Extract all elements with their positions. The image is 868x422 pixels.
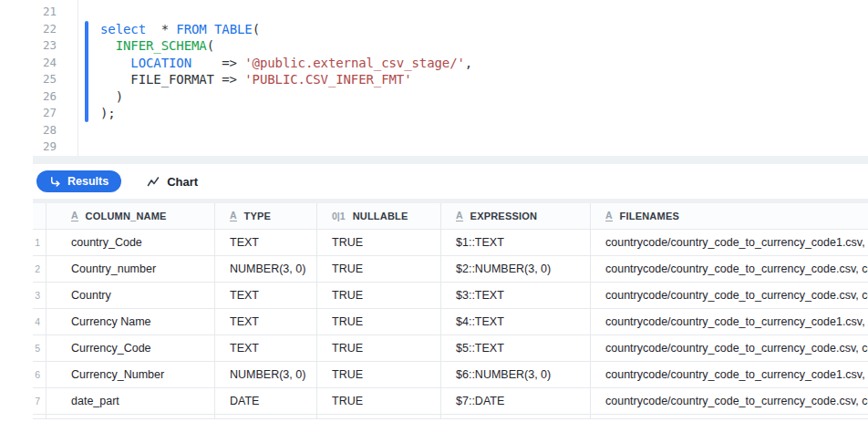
table-cell[interactable]: country_Code — [46, 230, 214, 255]
code-token — [146, 22, 161, 36]
column-header-expression[interactable]: AEXPRESSION — [440, 203, 590, 229]
table-cell[interactable]: TEXT — [214, 309, 316, 335]
table-cell[interactable]: Country_number — [46, 256, 214, 282]
row-number: 6 — [33, 362, 46, 387]
row-number: 3 — [33, 283, 46, 308]
code-token: * — [161, 22, 177, 36]
code-token: LOCATION — [130, 56, 191, 70]
line-number: 25 — [0, 71, 57, 88]
tab-chart[interactable]: Chart — [141, 174, 203, 190]
table-row[interactable]: 4Currency NameTEXTTRUE$4::TEXTcountrycod… — [33, 309, 868, 335]
table-cell[interactable]: TRUE — [316, 388, 440, 414]
table-cell[interactable]: $6::NUMBER(3, 0) — [440, 362, 590, 387]
table-cell[interactable]: $3::TEXT — [440, 283, 590, 308]
table-cell[interactable]: Country — [46, 283, 214, 308]
table-cell[interactable]: countrycode/country_code_to_currency_cod… — [590, 335, 868, 361]
table-cell[interactable]: TEXT — [214, 230, 316, 255]
code-token: ) — [100, 89, 123, 104]
table-cell[interactable]: countrycode/country_code_to_currency_cod… — [590, 283, 868, 308]
column-header-label: FILENAMES — [620, 211, 679, 221]
table-cell[interactable]: Currency_Number — [46, 362, 214, 387]
table-row[interactable]: 7date_partDATETRUE$7::DATEcountrycode/co… — [33, 388, 868, 415]
code-token — [207, 22, 214, 36]
row-number: 5 — [33, 335, 46, 361]
code-token: '@public.external_csv_stage/' — [244, 56, 465, 70]
column-header-label: NULLABLE — [353, 211, 408, 221]
table-row[interactable]: 6Currency_NumberNUMBER(3, 0)TRUE$6::NUMB… — [33, 362, 868, 388]
tab-chart-label: Chart — [167, 175, 198, 189]
table-cell[interactable]: NUMBER(3, 0) — [214, 256, 316, 282]
table-cell[interactable]: $2::NUMBER(3, 0) — [440, 256, 590, 282]
table-cell[interactable]: TRUE — [316, 283, 440, 308]
table-cell[interactable]: NUMBER(3, 0) — [214, 362, 316, 387]
code-token: ( — [207, 38, 214, 53]
code-line[interactable]: 21 — [0, 4, 868, 21]
table-cell[interactable]: TEXT — [214, 335, 316, 361]
code-line[interactable]: 28 — [0, 122, 868, 139]
text-type-icon: A — [71, 211, 78, 222]
column-header-filenames[interactable]: AFILENAMES — [590, 203, 868, 229]
code-text — [57, 122, 100, 139]
gutter-divider — [78, 0, 78, 156]
table-cell[interactable]: countrycode/country_code_to_currency_cod… — [590, 309, 868, 335]
row-number: 7 — [33, 388, 46, 414]
table-cell[interactable]: countrycode/country_code_to_currency_cod… — [590, 230, 868, 255]
table-cell[interactable]: TRUE — [316, 230, 440, 255]
table-cell[interactable]: $1::TEXT — [440, 230, 590, 255]
column-header-column_name[interactable]: ACOLUMN_NAME — [46, 203, 214, 229]
table-cell[interactable]: TEXT — [214, 283, 316, 308]
table-row[interactable]: 2Country_numberNUMBER(3, 0)TRUE$2::NUMBE… — [33, 256, 868, 283]
table-cell[interactable]: TRUE — [316, 256, 440, 282]
column-header-label: EXPRESSION — [470, 211, 538, 221]
table-cell[interactable]: $4::TEXT — [440, 309, 590, 335]
table-cell[interactable]: Currency_Code — [46, 335, 214, 361]
table-cell[interactable]: countrycode/country_code_to_currency_cod… — [590, 388, 868, 414]
table-cell[interactable]: countrycode/country_code_to_currency_cod… — [590, 256, 868, 282]
row-number: 4 — [33, 309, 46, 335]
table-cell[interactable]: date_part — [46, 388, 214, 414]
table-cell[interactable]: $7::DATE — [440, 388, 590, 414]
table-cell[interactable]: $5::TEXT — [440, 335, 590, 361]
text-type-icon: A — [605, 211, 613, 222]
column-header-type[interactable]: ATYPE — [214, 203, 316, 229]
table-cell[interactable]: TRUE — [316, 362, 440, 387]
row-number-header — [33, 203, 46, 229]
table-cell[interactable]: TRUE — [316, 309, 440, 335]
line-number: 26 — [0, 88, 57, 106]
sql-editor[interactable]: 2122select * FROM TABLE(23 INFER_SCHEMA(… — [0, 0, 868, 156]
row-number: 1 — [33, 230, 46, 255]
table-cell[interactable]: TRUE — [316, 335, 440, 361]
line-number: 21 — [0, 4, 57, 21]
code-text — [57, 139, 100, 156]
code-line[interactable]: 22select * FROM TABLE( — [0, 21, 868, 38]
code-line[interactable]: 26 ) — [0, 88, 868, 106]
table-cell[interactable]: Currency Name — [46, 309, 214, 335]
code-token — [100, 38, 116, 53]
code-token: => — [191, 56, 244, 70]
table-header-row: ACOLUMN_NAMEATYPE0|1NULLABLEAEXPRESSIONA… — [33, 203, 868, 230]
code-token — [100, 56, 130, 70]
line-number: 27 — [0, 105, 57, 122]
code-token: ( — [253, 22, 260, 36]
code-text — [57, 4, 100, 21]
table-row[interactable]: 3CountryTEXTTRUE$3::TEXTcountrycode/coun… — [33, 283, 868, 309]
panel-top-divider — [33, 156, 868, 164]
table-cell[interactable]: DATE — [214, 388, 316, 414]
line-number: 23 — [0, 37, 57, 55]
tab-results[interactable]: Results — [36, 170, 121, 192]
line-number: 28 — [0, 122, 57, 139]
table-row[interactable]: 5Currency_CodeTEXTTRUE$5::TEXTcountrycod… — [33, 335, 868, 362]
table-cell[interactable]: countrycode/country_code_to_currency_cod… — [590, 362, 868, 387]
code-line[interactable]: 25 FILE_FORMAT => 'PUBLIC.CSV_INFER_FMT' — [0, 71, 868, 88]
line-number: 22 — [0, 21, 57, 38]
code-line[interactable]: 27); — [0, 105, 868, 122]
tab-results-label: Results — [67, 175, 108, 188]
table-row[interactable]: 1country_CodeTEXTTRUE$1::TEXTcountrycode… — [33, 230, 868, 256]
code-line[interactable]: 29 — [0, 139, 868, 156]
code-line[interactable]: 24 LOCATION => '@public.external_csv_sta… — [0, 55, 868, 72]
code-token: ); — [100, 106, 116, 120]
column-header-nullable[interactable]: 0|1NULLABLE — [316, 203, 440, 229]
code-token: , — [465, 56, 472, 70]
code-line[interactable]: 23 INFER_SCHEMA( — [0, 37, 868, 55]
code-token — [100, 72, 130, 87]
